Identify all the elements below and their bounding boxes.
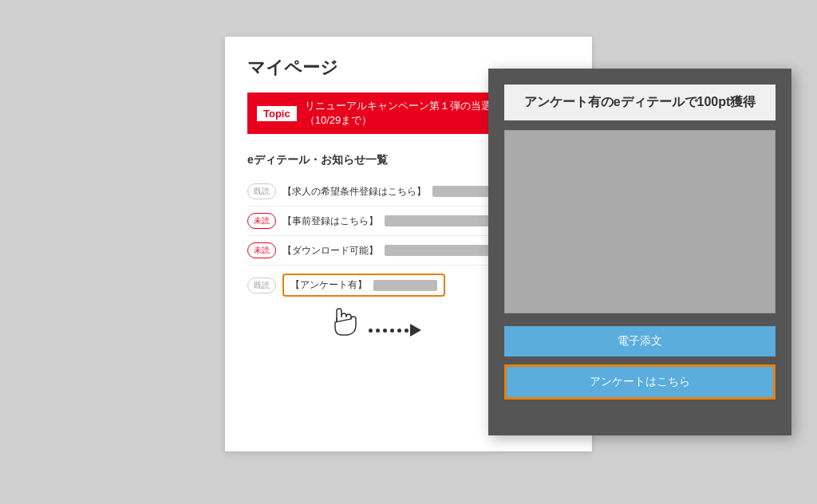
item-text-3: 【ダウンロード可能】 [282, 244, 378, 258]
badge-unread-2: 未読 [247, 213, 276, 229]
dot-3 [383, 329, 387, 333]
badge-unread-3: 未読 [247, 242, 276, 258]
topic-label: Topic [257, 106, 297, 121]
badge-read-1: 既読 [247, 183, 276, 199]
main-container: マイページ Topic リニューアルキャンペーン第１弾の当選者発表中！（10/2… [26, 37, 791, 451]
dotted-arrow [369, 324, 421, 337]
item-text-1: 【求人の希望条件登録はこちら】 [282, 185, 426, 199]
popup-title: アンケート有のeディテールで100pt獲得 [504, 85, 776, 120]
right-panel: アンケート有のeディテールで100pt獲得 電子添文 アンケートはこちら [488, 69, 791, 435]
primary-button[interactable]: 電子添文 [504, 326, 776, 356]
dot-2 [376, 329, 380, 333]
item-text-2: 【事前登録はこちら】 [282, 215, 378, 228]
popup-image-area [504, 130, 776, 313]
dot-6 [405, 329, 408, 333]
cursor-icon [329, 300, 361, 340]
item-bar-4 [373, 280, 437, 291]
highlighted-item[interactable]: 【アンケート有】 [282, 274, 445, 297]
popup-buttons: 電子添文 アンケートはこちら [504, 326, 776, 400]
dot-5 [397, 329, 401, 333]
dots [369, 329, 408, 333]
secondary-button[interactable]: アンケートはこちら [504, 364, 776, 400]
dot-4 [390, 329, 394, 333]
item-text-4: 【アンケート有】 [290, 278, 367, 292]
dot-1 [369, 329, 373, 333]
arrow-head-icon [410, 324, 421, 337]
badge-read-4: 既読 [247, 278, 276, 293]
